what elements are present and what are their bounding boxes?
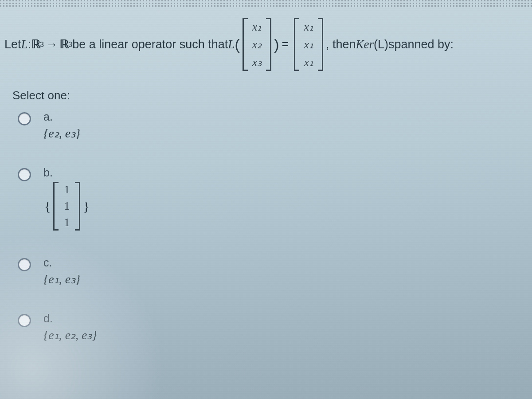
vec-out-0: x₁ — [304, 20, 313, 34]
bracket-left-icon — [294, 18, 300, 71]
stem-let: Let — [4, 38, 21, 51]
radio-c[interactable] — [18, 258, 31, 271]
optb-v0: 1 — [64, 183, 70, 196]
select-one-label: Select one: — [12, 89, 528, 102]
option-b[interactable]: b. { 1 1 1 } — [18, 166, 528, 231]
dotted-header-border — [0, 0, 532, 7]
question-stem: Let L : ℝ3 → ℝ3 be a linear operator suc… — [4, 18, 528, 71]
question-page: Let L : ℝ3 → ℝ3 be a linear operator suc… — [4, 18, 528, 395]
option-d-letter: d. — [43, 312, 97, 325]
option-a[interactable]: a. {e₂, e₃} — [18, 110, 528, 141]
stem-then: , then — [326, 38, 356, 51]
stem-L-of: L — [228, 38, 235, 51]
brace-left-icon: { — [44, 199, 51, 214]
bracket-right-icon — [317, 18, 323, 71]
arrow-icon: → — [46, 38, 58, 51]
vec-out-1: x₁ — [304, 38, 313, 51]
radio-b[interactable] — [18, 168, 31, 181]
radio-a[interactable] — [18, 112, 31, 125]
option-d[interactable]: d. {e₁, e₂, e₃} — [18, 312, 528, 342]
option-c-content: {e₁, e₃} — [43, 272, 80, 286]
vec-in-2: x₃ — [252, 55, 262, 69]
optb-v1: 1 — [64, 200, 70, 213]
option-a-set: {e₂, e₃} — [43, 126, 80, 141]
option-d-set: {e₁, e₂, e₃} — [43, 328, 97, 342]
stem-ker-of: (L) — [374, 38, 388, 51]
option-a-content: {e₂, e₃} — [43, 126, 80, 141]
vec-in-1: x₂ — [252, 38, 262, 51]
input-vector: x₁ x₂ x₃ — [243, 18, 272, 71]
optb-v2: 1 — [64, 216, 70, 229]
stem-spanned: spanned by: — [388, 38, 454, 51]
option-b-letter: b. — [43, 166, 90, 179]
bracket-left-icon — [53, 182, 59, 231]
stem-colon: : — [28, 38, 31, 51]
options-group: a. {e₂, e₃} b. { 1 1 1 — [18, 110, 528, 342]
stem-ker: Ker — [356, 38, 374, 51]
stem-lparen: ( — [235, 36, 239, 53]
stem-rparen: ) — [274, 36, 279, 53]
stem-sup1: 3 — [40, 40, 44, 49]
bracket-right-icon — [74, 182, 80, 231]
output-vector: x₁ x₁ x₁ — [294, 18, 323, 71]
option-c[interactable]: c. {e₁, e₃} — [18, 256, 528, 286]
vec-in-0: x₁ — [252, 20, 262, 34]
option-c-set: {e₁, e₃} — [43, 272, 80, 286]
stem-R1: ℝ — [31, 37, 40, 51]
bracket-right-icon — [265, 18, 271, 71]
option-b-content: { 1 1 1 } — [43, 182, 90, 231]
stem-be-linear: be a linear operator such that — [72, 38, 228, 51]
option-a-letter: a. — [43, 110, 80, 123]
stem-sup2: 3 — [68, 40, 72, 49]
stem-eq: = — [282, 38, 289, 51]
option-d-content: {e₁, e₂, e₃} — [43, 328, 97, 342]
bracket-left-icon — [243, 18, 249, 71]
vec-out-2: x₁ — [304, 55, 313, 69]
stem-L: L — [21, 38, 28, 51]
radio-d[interactable] — [18, 314, 31, 327]
option-b-vector: 1 1 1 — [53, 182, 80, 231]
stem-R2: ℝ — [59, 37, 68, 51]
brace-right-icon: } — [83, 199, 89, 214]
option-c-letter: c. — [43, 256, 80, 269]
